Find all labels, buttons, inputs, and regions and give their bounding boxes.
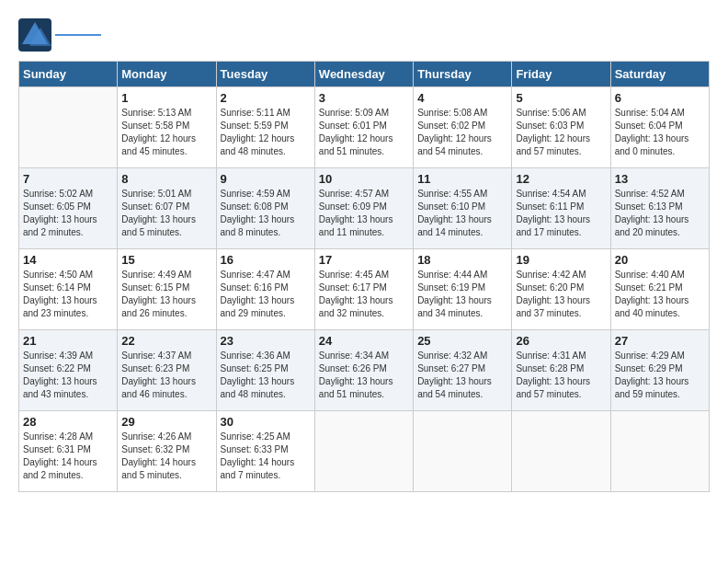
- calendar-week-row: 28Sunrise: 4:28 AM Sunset: 6:31 PM Dayli…: [19, 411, 710, 492]
- weekday-header: Tuesday: [216, 62, 314, 87]
- calendar-day-cell: 16Sunrise: 4:47 AM Sunset: 6:16 PM Dayli…: [216, 249, 314, 330]
- day-info: Sunrise: 4:31 AM Sunset: 6:28 PM Dayligh…: [516, 350, 606, 401]
- calendar-day-cell: 8Sunrise: 5:01 AM Sunset: 6:07 PM Daylig…: [118, 168, 216, 249]
- day-number: 20: [615, 253, 705, 267]
- day-info: Sunrise: 4:29 AM Sunset: 6:29 PM Dayligh…: [615, 350, 705, 401]
- calendar-table: SundayMondayTuesdayWednesdayThursdayFrid…: [18, 61, 710, 492]
- day-number: 25: [417, 334, 507, 348]
- calendar-day-cell: 5Sunrise: 5:06 AM Sunset: 6:03 PM Daylig…: [512, 87, 610, 168]
- day-number: 14: [23, 253, 113, 267]
- weekday-header: Monday: [118, 62, 216, 87]
- day-info: Sunrise: 5:02 AM Sunset: 6:05 PM Dayligh…: [23, 188, 113, 239]
- calendar-day-cell: 12Sunrise: 4:54 AM Sunset: 6:11 PM Dayli…: [512, 168, 610, 249]
- day-info: Sunrise: 4:34 AM Sunset: 6:26 PM Dayligh…: [319, 350, 409, 401]
- day-info: Sunrise: 4:36 AM Sunset: 6:25 PM Dayligh…: [221, 350, 311, 401]
- calendar-day-cell: 2Sunrise: 5:11 AM Sunset: 5:59 PM Daylig…: [216, 87, 314, 168]
- calendar-day-cell: 14Sunrise: 4:50 AM Sunset: 6:14 PM Dayli…: [19, 249, 118, 330]
- day-info: Sunrise: 4:40 AM Sunset: 6:21 PM Dayligh…: [615, 269, 705, 320]
- day-number: 5: [516, 91, 606, 105]
- day-number: 19: [516, 253, 606, 267]
- calendar-day-cell: 9Sunrise: 4:59 AM Sunset: 6:08 PM Daylig…: [216, 168, 314, 249]
- day-info: Sunrise: 4:54 AM Sunset: 6:11 PM Dayligh…: [516, 188, 606, 239]
- day-number: 1: [121, 91, 211, 105]
- day-info: Sunrise: 4:50 AM Sunset: 6:14 PM Dayligh…: [23, 269, 113, 320]
- day-number: 23: [221, 334, 311, 348]
- weekday-header: Sunday: [19, 62, 118, 87]
- calendar-day-cell: 1Sunrise: 5:13 AM Sunset: 5:58 PM Daylig…: [118, 87, 216, 168]
- day-info: Sunrise: 4:59 AM Sunset: 6:08 PM Dayligh…: [221, 188, 311, 239]
- day-number: 3: [319, 91, 409, 105]
- day-number: 6: [615, 91, 705, 105]
- logo: [18, 18, 101, 52]
- day-info: Sunrise: 4:45 AM Sunset: 6:17 PM Dayligh…: [319, 269, 409, 320]
- day-info: Sunrise: 5:13 AM Sunset: 5:58 PM Dayligh…: [121, 107, 211, 158]
- day-number: 4: [417, 91, 507, 105]
- day-number: 27: [615, 334, 705, 348]
- day-number: 7: [23, 172, 113, 186]
- day-info: Sunrise: 4:37 AM Sunset: 6:23 PM Dayligh…: [121, 350, 211, 401]
- day-number: 12: [516, 172, 606, 186]
- weekday-header: Wednesday: [314, 62, 413, 87]
- day-info: Sunrise: 4:39 AM Sunset: 6:22 PM Dayligh…: [23, 350, 113, 401]
- calendar-day-cell: 13Sunrise: 4:52 AM Sunset: 6:13 PM Dayli…: [610, 168, 709, 249]
- page-header: [18, 18, 710, 52]
- calendar-day-cell: 29Sunrise: 4:26 AM Sunset: 6:32 PM Dayli…: [118, 411, 216, 492]
- calendar-day-cell: [512, 411, 610, 492]
- day-number: 29: [121, 415, 211, 429]
- day-info: Sunrise: 5:01 AM Sunset: 6:07 PM Dayligh…: [121, 188, 211, 239]
- calendar-day-cell: 22Sunrise: 4:37 AM Sunset: 6:23 PM Dayli…: [118, 330, 216, 411]
- weekday-header: Saturday: [610, 62, 709, 87]
- day-number: 24: [319, 334, 409, 348]
- day-info: Sunrise: 4:52 AM Sunset: 6:13 PM Dayligh…: [615, 188, 705, 239]
- day-number: 2: [221, 91, 311, 105]
- day-number: 11: [417, 172, 507, 186]
- day-number: 26: [516, 334, 606, 348]
- calendar-day-cell: 25Sunrise: 4:32 AM Sunset: 6:27 PM Dayli…: [414, 330, 512, 411]
- day-info: Sunrise: 4:44 AM Sunset: 6:19 PM Dayligh…: [417, 269, 507, 320]
- calendar-day-cell: 27Sunrise: 4:29 AM Sunset: 6:29 PM Dayli…: [610, 330, 709, 411]
- day-number: 30: [221, 415, 311, 429]
- day-info: Sunrise: 4:32 AM Sunset: 6:27 PM Dayligh…: [417, 350, 507, 401]
- calendar-day-cell: 17Sunrise: 4:45 AM Sunset: 6:17 PM Dayli…: [314, 249, 413, 330]
- weekday-header-row: SundayMondayTuesdayWednesdayThursdayFrid…: [19, 62, 710, 87]
- day-number: 22: [121, 334, 211, 348]
- calendar-week-row: 7Sunrise: 5:02 AM Sunset: 6:05 PM Daylig…: [19, 168, 710, 249]
- day-info: Sunrise: 5:08 AM Sunset: 6:02 PM Dayligh…: [417, 107, 507, 158]
- calendar-day-cell: 28Sunrise: 4:28 AM Sunset: 6:31 PM Dayli…: [19, 411, 118, 492]
- calendar-day-cell: 4Sunrise: 5:08 AM Sunset: 6:02 PM Daylig…: [414, 87, 512, 168]
- calendar-day-cell: [19, 87, 118, 168]
- weekday-header: Thursday: [414, 62, 512, 87]
- day-number: 16: [221, 253, 311, 267]
- day-info: Sunrise: 5:04 AM Sunset: 6:04 PM Dayligh…: [615, 107, 705, 158]
- calendar-day-cell: 26Sunrise: 4:31 AM Sunset: 6:28 PM Dayli…: [512, 330, 610, 411]
- day-info: Sunrise: 4:26 AM Sunset: 6:32 PM Dayligh…: [121, 431, 211, 482]
- calendar-day-cell: 24Sunrise: 4:34 AM Sunset: 6:26 PM Dayli…: [314, 330, 413, 411]
- day-info: Sunrise: 4:47 AM Sunset: 6:16 PM Dayligh…: [221, 269, 311, 320]
- calendar-day-cell: 11Sunrise: 4:55 AM Sunset: 6:10 PM Dayli…: [414, 168, 512, 249]
- calendar-day-cell: [414, 411, 512, 492]
- day-number: 8: [121, 172, 211, 186]
- day-info: Sunrise: 4:55 AM Sunset: 6:10 PM Dayligh…: [417, 188, 507, 239]
- calendar-week-row: 21Sunrise: 4:39 AM Sunset: 6:22 PM Dayli…: [19, 330, 710, 411]
- day-info: Sunrise: 4:57 AM Sunset: 6:09 PM Dayligh…: [319, 188, 409, 239]
- day-number: 9: [221, 172, 311, 186]
- day-info: Sunrise: 4:42 AM Sunset: 6:20 PM Dayligh…: [516, 269, 606, 320]
- calendar-day-cell: 10Sunrise: 4:57 AM Sunset: 6:09 PM Dayli…: [314, 168, 413, 249]
- calendar-day-cell: [314, 411, 413, 492]
- day-number: 15: [121, 253, 211, 267]
- day-info: Sunrise: 5:06 AM Sunset: 6:03 PM Dayligh…: [516, 107, 606, 158]
- day-info: Sunrise: 4:28 AM Sunset: 6:31 PM Dayligh…: [23, 431, 113, 482]
- day-number: 18: [417, 253, 507, 267]
- calendar-day-cell: 3Sunrise: 5:09 AM Sunset: 6:01 PM Daylig…: [314, 87, 413, 168]
- day-number: 17: [319, 253, 409, 267]
- day-info: Sunrise: 5:09 AM Sunset: 6:01 PM Dayligh…: [319, 107, 409, 158]
- calendar-day-cell: 6Sunrise: 5:04 AM Sunset: 6:04 PM Daylig…: [610, 87, 709, 168]
- calendar-day-cell: 15Sunrise: 4:49 AM Sunset: 6:15 PM Dayli…: [118, 249, 216, 330]
- calendar-day-cell: [610, 411, 709, 492]
- calendar-day-cell: 21Sunrise: 4:39 AM Sunset: 6:22 PM Dayli…: [19, 330, 118, 411]
- calendar-day-cell: 19Sunrise: 4:42 AM Sunset: 6:20 PM Dayli…: [512, 249, 610, 330]
- calendar-day-cell: 23Sunrise: 4:36 AM Sunset: 6:25 PM Dayli…: [216, 330, 314, 411]
- calendar-day-cell: 18Sunrise: 4:44 AM Sunset: 6:19 PM Dayli…: [414, 249, 512, 330]
- calendar-week-row: 1Sunrise: 5:13 AM Sunset: 5:58 PM Daylig…: [19, 87, 710, 168]
- day-info: Sunrise: 5:11 AM Sunset: 5:59 PM Dayligh…: [221, 107, 311, 158]
